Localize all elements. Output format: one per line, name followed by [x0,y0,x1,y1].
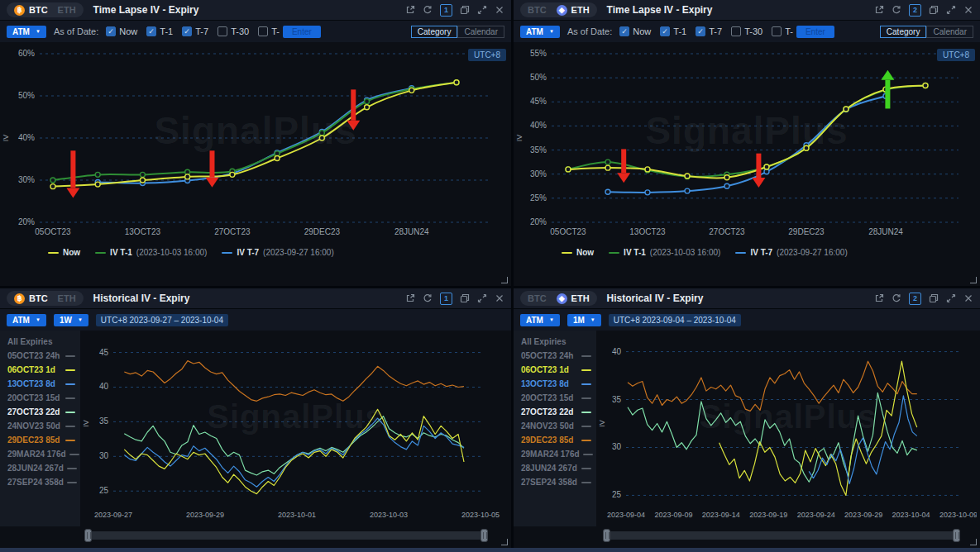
duplicate-icon[interactable] [929,293,939,304]
resize-handle[interactable] [970,539,977,545]
as-of-checkbox[interactable]: ✓ T-7 [182,26,208,36]
duplicate-icon[interactable] [929,5,939,16]
coin-toggle[interactable]: BTC ◆ ETH [520,2,597,17]
as-of-checkbox[interactable]: ✓ T-1 [146,26,173,36]
open-new-window-icon[interactable] [874,5,884,16]
expiry-item[interactable]: 29MAR24 176d [521,447,591,461]
slider-track[interactable] [86,531,486,540]
expiry-item[interactable]: 29DEC23 85d [7,433,75,447]
slider-track[interactable] [605,531,958,540]
checkbox[interactable]: ✓ [146,26,156,36]
legend-item[interactable]: Now [562,248,594,257]
resize-handle[interactable] [501,539,508,545]
coin-option[interactable]: ETH [58,293,76,303]
coin-option[interactable]: ฿ BTC [14,5,48,16]
open-new-window-icon[interactable] [874,293,884,304]
close-icon[interactable] [963,293,973,304]
coin-option[interactable]: ฿ BTC [14,293,48,304]
expiry-item[interactable]: 06OCT23 1d [521,363,591,377]
as-of-checkbox[interactable]: ✓ T- [258,26,280,36]
checkbox[interactable]: ✓ [731,26,741,36]
checkbox[interactable]: ✓ [660,26,670,36]
period-dropdown[interactable]: 1M▼ [567,314,601,326]
view-toggle-button[interactable]: Category [880,26,927,38]
strike-mode-dropdown[interactable]: ATM▼ [7,26,46,38]
expand-icon[interactable] [477,293,487,304]
coin-option[interactable]: BTC [528,293,547,303]
duplicate-icon[interactable] [460,5,470,16]
coin-option[interactable]: ◆ ETH [557,5,590,16]
expiry-item[interactable]: 24NOV23 50d [7,419,75,433]
as-of-checkbox[interactable]: ✓ Now [106,26,137,36]
expiry-item[interactable]: 05OCT23 24h [7,349,75,363]
refresh-icon[interactable] [423,293,433,304]
expiry-item[interactable]: All Expiries [7,335,75,349]
checkbox[interactable]: ✓ [772,26,782,36]
expiry-item[interactable]: 29DEC23 85d [521,433,591,447]
slider-handle-left[interactable] [603,529,610,542]
expand-icon[interactable] [477,5,487,16]
checkbox[interactable]: ✓ [106,26,116,36]
t-custom-days-input[interactable]: Enter [283,26,321,38]
strike-mode-dropdown[interactable]: ATM▼ [520,26,560,38]
checkbox[interactable]: ✓ [696,26,705,36]
expiry-item[interactable]: 13OCT23 8d [7,377,75,391]
expand-icon[interactable] [946,5,956,16]
checkbox[interactable]: ✓ [218,26,227,36]
strike-mode-dropdown[interactable]: ATM▼ [7,314,46,326]
expand-icon[interactable] [946,293,956,304]
as-of-checkbox[interactable]: ✓ T-30 [218,26,249,36]
refresh-icon[interactable] [892,5,901,16]
checkbox[interactable]: ✓ [619,26,629,36]
legend-item[interactable]: IV T-7 (2023-09-27 16:00) [222,248,333,257]
refresh-icon[interactable] [892,293,901,304]
close-icon[interactable] [963,5,973,16]
as-of-checkbox[interactable]: ✓ T-1 [660,26,686,36]
expiry-item[interactable]: 24NOV23 50d [521,419,591,433]
as-of-checkbox[interactable]: ✓ Now [619,26,651,36]
resize-handle[interactable] [970,277,977,283]
period-dropdown[interactable]: 1W▼ [54,314,88,326]
resize-handle[interactable] [501,277,508,283]
as-of-checkbox[interactable]: ✓ T-7 [696,26,722,36]
legend-item[interactable]: Now [48,248,80,257]
coin-option[interactable]: BTC [528,5,547,15]
as-of-checkbox[interactable]: ✓ T- [772,26,793,36]
t-custom-days-input[interactable]: Enter [796,26,834,38]
expiry-item[interactable]: 27SEP24 358d [521,475,591,489]
as-of-checkbox[interactable]: ✓ T-30 [731,26,762,36]
slider-handle-right[interactable] [953,529,960,542]
expiry-item[interactable]: 06OCT23 1d [7,363,75,377]
expiry-item[interactable]: 27OCT23 22d [7,405,75,419]
view-toggle-button[interactable]: Category [411,26,458,38]
view-toggle-button[interactable]: Calendar [457,26,504,38]
coin-toggle[interactable]: ฿ BTC ETH [7,291,84,306]
expiry-item[interactable]: 29MAR24 176d [7,447,75,461]
view-toggle-button[interactable]: Calendar [926,26,973,38]
close-icon[interactable] [495,293,504,304]
expiry-item[interactable]: 13OCT23 8d [521,377,591,391]
time-range-slider[interactable] [86,529,486,542]
legend-item[interactable]: IV T-1 (2023-10-03 16:00) [609,248,720,257]
expiry-item[interactable]: 20OCT23 15d [7,391,75,405]
close-icon[interactable] [495,5,504,16]
coin-toggle[interactable]: ฿ BTC ETH [7,2,84,17]
expiry-item[interactable]: 20OCT23 15d [521,391,591,405]
coin-option[interactable]: ETH [58,5,76,15]
expiry-item[interactable]: 27SEP24 358d [7,475,75,489]
legend-item[interactable]: IV T-1 (2023-10-03 16:00) [95,248,207,257]
time-range-slider[interactable] [605,529,958,542]
coin-toggle[interactable]: BTC ◆ ETH [520,291,597,306]
slider-handle-right[interactable] [480,529,488,542]
duplicate-icon[interactable] [460,293,470,304]
checkbox[interactable]: ✓ [258,26,268,36]
open-new-window-icon[interactable] [405,5,415,16]
expiry-item[interactable]: 28JUN24 267d [7,461,75,475]
expiry-item[interactable]: 05OCT23 24h [521,349,591,363]
expiry-item[interactable]: 27OCT23 22d [521,405,591,419]
checkbox[interactable]: ✓ [182,26,192,36]
strike-mode-dropdown[interactable]: ATM▼ [520,314,560,326]
open-new-window-icon[interactable] [405,293,415,304]
legend-item[interactable]: IV T-7 (2023-09-27 16:00) [735,248,847,257]
expiry-item[interactable]: All Expiries [521,335,591,349]
